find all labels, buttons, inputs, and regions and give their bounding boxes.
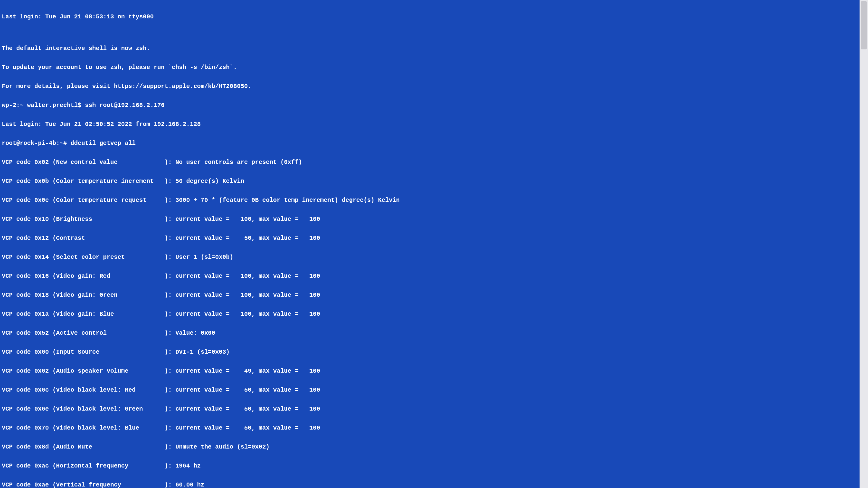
vertical-scrollbar[interactable] [860,0,868,488]
terminal-line: Last login: Tue Jun 21 02:50:52 2022 fro… [2,121,866,127]
terminal-line: VCP code 0x8d (Audio Mute ): Unmute the … [2,444,866,450]
terminal-line: wp-2:~ walter.prechtl$ ssh root@192.168.… [2,102,866,108]
terminal-line: VCP code 0x16 (Video gain: Red ): curren… [2,273,866,279]
terminal-line: VCP code 0xae (Vertical frequency ): 60.… [2,482,866,488]
terminal-line: VCP code 0x14 (Select color preset ): Us… [2,254,866,260]
terminal-line: VCP code 0x18 (Video gain: Green ): curr… [2,292,866,298]
terminal-line: VCP code 0x12 (Contrast ): current value… [2,235,866,241]
terminal-line: VCP code 0x60 (Input Source ): DVI-1 (sl… [2,349,866,355]
terminal-line: root@rock-pi-4b:~# ddcutil getvcp all [2,140,866,147]
terminal-line: VCP code 0xac (Horizontal frequency ): 1… [2,463,866,469]
terminal-line: VCP code 0x0b (Color temperature increme… [2,178,866,184]
terminal-viewport[interactable]: Last login: Tue Jun 21 08:53:13 on ttys0… [0,0,868,488]
terminal-line: Last login: Tue Jun 21 08:53:13 on ttys0… [2,13,866,20]
terminal-line: VCP code 0x0c (Color temperature request… [2,197,866,203]
terminal-line: VCP code 0x02 (New control value ): No u… [2,159,866,165]
terminal-line: VCP code 0x62 (Audio speaker volume ): c… [2,368,866,374]
terminal-line: The default interactive shell is now zsh… [2,45,866,52]
terminal-line: For more details, please visit https://s… [2,83,866,90]
terminal-line: VCP code 0x52 (Active control ): Value: … [2,330,866,336]
terminal-line: VCP code 0x6c (Video black level: Red ):… [2,387,866,393]
terminal-line: VCP code 0x1a (Video gain: Blue ): curre… [2,311,866,317]
terminal-line: VCP code 0x70 (Video black level: Blue )… [2,425,866,431]
terminal-line: VCP code 0x10 (Brightness ): current val… [2,216,866,222]
terminal-line: To update your account to use zsh, pleas… [2,64,866,70]
terminal-line: VCP code 0x6e (Video black level: Green … [2,406,866,412]
scrollbar-thumb[interactable] [861,1,867,50]
